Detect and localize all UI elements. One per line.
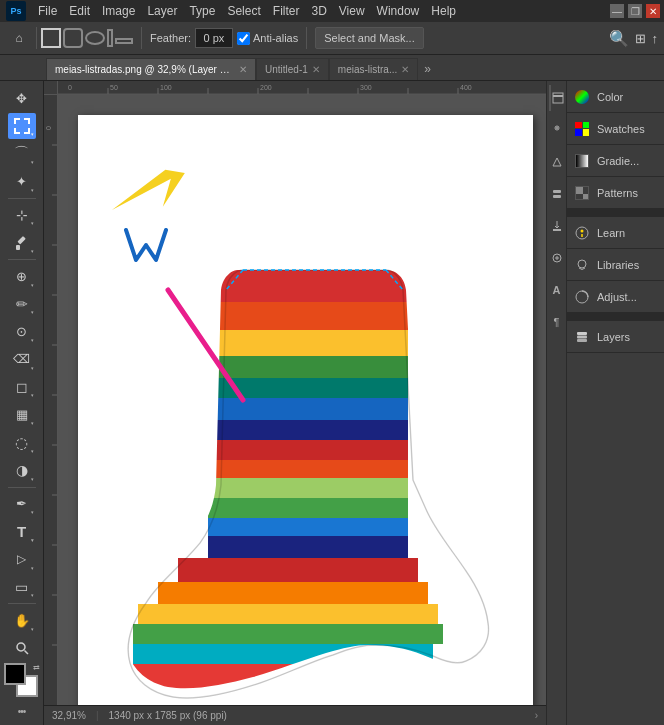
tool-clone[interactable]: ⊙ ▾ <box>8 318 36 345</box>
side-icon-3[interactable] <box>549 149 565 175</box>
side-icon-text[interactable]: A <box>549 277 565 303</box>
panel-adjustments[interactable]: Adjust... <box>567 281 664 313</box>
tool-more[interactable]: ••• <box>8 702 36 721</box>
tool-gradient[interactable]: ▦ ▾ <box>8 401 36 428</box>
menu-window[interactable]: Window <box>371 2 426 20</box>
svg-rect-65 <box>576 187 583 194</box>
side-icon-para[interactable]: ¶ <box>549 309 565 335</box>
side-icon-5[interactable] <box>549 213 565 239</box>
tool-marquee[interactable]: ▾ <box>8 113 36 140</box>
home-icon[interactable]: ⌂ <box>6 25 32 51</box>
zoom-display: 32,91% <box>52 710 86 721</box>
menu-view[interactable]: View <box>333 2 371 20</box>
rounded-marquee-btn[interactable] <box>63 28 83 48</box>
side-icon-2[interactable] <box>549 117 565 143</box>
tool-brush[interactable]: ✏ ▾ <box>8 291 36 318</box>
menu-edit[interactable]: Edit <box>63 2 96 20</box>
panel-libraries[interactable]: Libraries <box>567 249 664 281</box>
panel-color[interactable]: Color <box>567 81 664 113</box>
color-selector: ⇄ <box>4 663 40 697</box>
tool-zoom[interactable] <box>8 635 36 662</box>
ruler-left: 0 <box>44 95 58 705</box>
menu-image[interactable]: Image <box>96 2 141 20</box>
tool-move[interactable]: ✥ <box>8 85 36 112</box>
tab-close-untitled[interactable]: ✕ <box>312 64 320 75</box>
tool-crop[interactable]: ⊹ ▾ <box>8 202 36 229</box>
menu-help[interactable]: Help <box>425 2 462 20</box>
panel-learn[interactable]: Learn <box>567 217 664 249</box>
svg-rect-40 <box>208 460 408 478</box>
panel-separator-2 <box>567 313 664 321</box>
share-icon[interactable]: ↑ <box>652 31 659 46</box>
tab-close-3[interactable]: ✕ <box>401 64 409 75</box>
options-toolbar: ⌂ Feather: Anti-alias Select and Mask...… <box>0 22 664 55</box>
tab-untitled[interactable]: Untitled-1 ✕ <box>256 58 329 80</box>
rect-marquee-btn[interactable] <box>41 28 61 48</box>
side-icon-strip: A ¶ <box>546 81 566 725</box>
tab-3[interactable]: meias-listra... ✕ <box>329 58 418 80</box>
menu-select[interactable]: Select <box>221 2 266 20</box>
swap-colors[interactable]: ⇄ <box>33 663 40 672</box>
tabs-bar: meias-listradas.png @ 32,9% (Layer 2, RG… <box>0 55 664 81</box>
status-arrow[interactable]: › <box>535 710 538 721</box>
side-icon-1[interactable] <box>549 85 565 111</box>
feather-input[interactable] <box>195 28 233 48</box>
tool-magic-wand[interactable]: ✦ ▾ <box>8 168 36 195</box>
workspace-icon[interactable]: ⊞ <box>635 31 646 46</box>
tab-close-active[interactable]: ✕ <box>239 64 247 75</box>
menu-file[interactable]: File <box>32 2 63 20</box>
tool-eraser[interactable]: ◻ ▾ <box>8 374 36 401</box>
foreground-color[interactable] <box>4 663 26 685</box>
app-icon: Ps <box>4 0 28 22</box>
status-bar: 32,91% | 1340 px x 1785 px (96 ppi) › <box>44 705 546 725</box>
panel-layers[interactable]: Layers <box>567 321 664 353</box>
svg-point-68 <box>581 229 584 232</box>
tool-pen[interactable]: ✒ ▾ <box>8 490 36 517</box>
tool-hand[interactable]: ✋ ▾ <box>8 607 36 634</box>
panel-swatches[interactable]: Swatches <box>567 113 664 145</box>
tab-active[interactable]: meias-listradas.png @ 32,9% (Layer 2, RG… <box>46 58 256 80</box>
sep2 <box>141 27 142 49</box>
tool-blur[interactable]: ◌ ▾ <box>8 429 36 456</box>
tool-text[interactable]: T ▾ <box>8 518 36 545</box>
tool-lasso[interactable]: ⌒ ▾ <box>8 140 36 167</box>
layers-icon <box>575 330 589 344</box>
close-button[interactable]: ✕ <box>646 4 660 18</box>
svg-rect-35 <box>208 356 408 378</box>
patterns-panel-label: Patterns <box>597 187 638 199</box>
tabs-overflow[interactable]: » <box>418 58 437 80</box>
menu-3d[interactable]: 3D <box>305 2 332 20</box>
tool-dodge[interactable]: ◑ ▾ <box>8 457 36 484</box>
ellipse-marquee-btn[interactable] <box>85 31 105 45</box>
antialias-label[interactable]: Anti-alias <box>237 32 298 45</box>
tool-shape[interactable]: ▭ ▾ <box>8 574 36 601</box>
sock-image <box>78 115 533 705</box>
svg-text:300: 300 <box>360 84 372 91</box>
gradient-panel-icon <box>575 154 589 168</box>
tab-active-label: meias-listradas.png @ 32,9% (Layer 2, RG… <box>55 64 235 75</box>
antialias-checkbox[interactable] <box>237 32 250 45</box>
learn-panel-label: Learn <box>597 227 625 239</box>
search-icon[interactable]: 🔍 <box>609 29 629 48</box>
tool-path-select[interactable]: ▷ ▾ <box>8 546 36 573</box>
tool-heal[interactable]: ⊕ ▾ <box>8 263 36 290</box>
menu-type[interactable]: Type <box>183 2 221 20</box>
select-mask-button[interactable]: Select and Mask... <box>315 27 424 49</box>
menu-layer[interactable]: Layer <box>141 2 183 20</box>
menu-filter[interactable]: Filter <box>267 2 306 20</box>
panel-gradients[interactable]: Gradie... <box>567 145 664 177</box>
sep3 <box>306 27 307 49</box>
panel-patterns[interactable]: Patterns <box>567 177 664 209</box>
side-icon-4[interactable] <box>549 181 565 207</box>
menubar: Ps File Edit Image Layer Type Select Fil… <box>0 0 664 22</box>
restore-button[interactable]: ❐ <box>628 4 642 18</box>
layers-panel-label: Layers <box>597 331 630 343</box>
tool-eyedrop[interactable]: ▾ <box>8 229 36 256</box>
side-icon-6[interactable] <box>549 245 565 271</box>
tab-untitled-label: Untitled-1 <box>265 64 308 75</box>
tool-history-brush[interactable]: ⌫ ▾ <box>8 346 36 373</box>
single-row-btn[interactable] <box>107 29 113 47</box>
svg-rect-74 <box>577 332 587 335</box>
single-col-btn[interactable] <box>115 38 133 44</box>
minimize-button[interactable]: — <box>610 4 624 18</box>
